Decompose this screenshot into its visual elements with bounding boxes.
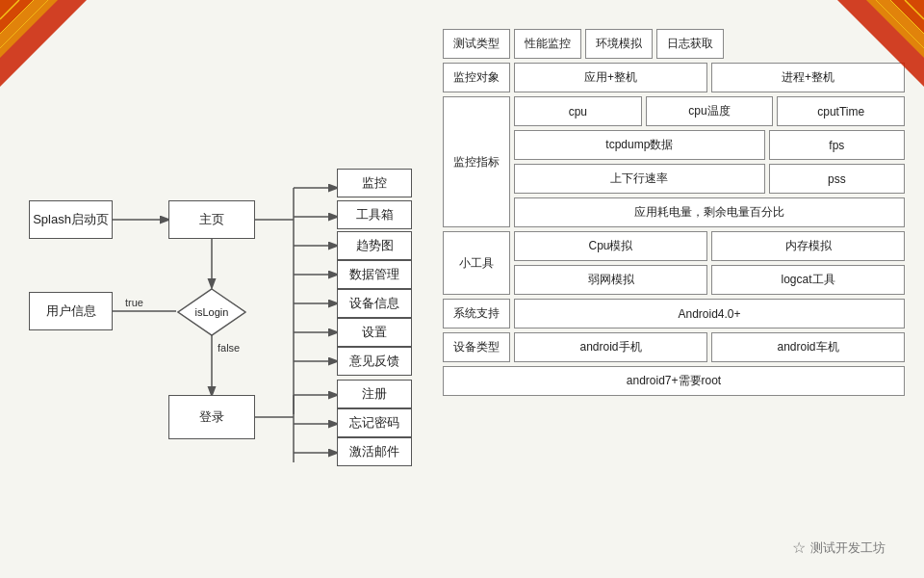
toolbox-box: 工具箱 [337, 200, 412, 229]
row-monitor-target: 监控对象 应用+整机 进程+整机 [443, 63, 905, 92]
right-panel: 测试类型 性能监控 环境模拟 日志获取 监控对象 应用+整机 进程+整机 监控指… [443, 19, 905, 568]
row-metrics: 监控指标 cpu cpu温度 cputTime tcpdump数据 fps [443, 96, 905, 227]
watermark-icon: ☆ [792, 539, 806, 557]
metrics-grid: cpu cpu温度 cputTime tcpdump数据 fps 上下行速率 p… [514, 96, 905, 227]
userinfo-box: 用户信息 [29, 292, 113, 330]
activate-box: 激活邮件 [337, 437, 412, 466]
cell-cpu: cpu [514, 96, 642, 126]
cell-log-fetch: 日志获取 [656, 29, 724, 59]
cell-tools-label: 小工具 [443, 231, 510, 295]
cell-weak-net: 弱网模拟 [514, 265, 707, 295]
cell-pss: pss [769, 164, 905, 194]
cell-sys-val: Android4.0+ [514, 299, 905, 328]
false-label: false [218, 342, 240, 354]
cell-app-whole: 应用+整机 [514, 63, 707, 92]
cell-test-type: 测试类型 [443, 29, 510, 59]
cell-android7: android7+需要root [443, 366, 905, 396]
cell-sys-label: 系统支持 [443, 299, 510, 328]
cell-tcpdump: tcpdump数据 [514, 130, 765, 160]
cell-mem-sim: 内存模拟 [711, 231, 905, 261]
watermark: ☆ 测试开发工坊 [792, 539, 886, 557]
deviceinfo-box: 设备信息 [337, 289, 412, 318]
row-test-types: 测试类型 性能监控 环境模拟 日志获取 [443, 29, 905, 59]
tools-row-2: 弱网模拟 logcat工具 [514, 265, 905, 295]
row-tools: 小工具 Cpu模拟 内存模拟 弱网模拟 logcat工具 [443, 231, 905, 295]
cell-android-car: android车机 [711, 332, 905, 362]
cell-env-sim: 环境模拟 [585, 29, 653, 59]
cell-logcat: logcat工具 [711, 265, 905, 295]
settings-box: 设置 [337, 318, 412, 347]
cell-metrics-label: 监控指标 [443, 96, 510, 227]
metrics-row-4: 应用耗电量，剩余电量百分比 [514, 197, 905, 227]
cell-cputime: cputTime [777, 96, 905, 126]
splash-box: Splash启动页 [29, 200, 113, 239]
login-box: 登录 [168, 395, 255, 439]
watermark-text: 测试开发工坊 [810, 539, 886, 557]
cell-cpu-temp: cpu温度 [646, 96, 774, 126]
metrics-row-3: 上下行速率 pss [514, 164, 905, 194]
row-sys-support: 系统支持 Android4.0+ [443, 299, 905, 328]
cell-monitor-target: 监控对象 [443, 63, 510, 92]
row-device-type: 设备类型 android手机 android车机 [443, 332, 905, 362]
cell-speed: 上下行速率 [514, 164, 765, 194]
tools-grid: Cpu模拟 内存模拟 弱网模拟 logcat工具 [514, 231, 905, 295]
tools-row-1: Cpu模拟 内存模拟 [514, 231, 905, 261]
true-label: true [125, 297, 143, 308]
datamanage-box: 数据管理 [337, 260, 412, 289]
monitor-box: 监控 [337, 169, 412, 197]
forgotpwd-box: 忘记密码 [337, 408, 412, 437]
feedback-box: 意见反馈 [337, 347, 412, 376]
cell-battery: 应用耗电量，剩余电量百分比 [514, 197, 905, 227]
metrics-row-2: tcpdump数据 fps [514, 130, 905, 160]
trend-box: 趋势图 [337, 231, 412, 260]
main-content: Splash启动页 主页 isLogin true false 用户信息 登录 … [0, 0, 924, 578]
flowchart: Splash启动页 主页 isLogin true false 用户信息 登录 … [19, 48, 433, 578]
right-grid: 测试类型 性能监控 环境模拟 日志获取 监控对象 应用+整机 进程+整机 监控指… [443, 29, 905, 396]
left-panel: Splash启动页 主页 isLogin true false 用户信息 登录 … [19, 19, 433, 568]
cell-perf-monitor: 性能监控 [514, 29, 581, 59]
row-android7: android7+需要root [443, 366, 905, 396]
cell-android-phone: android手机 [514, 332, 707, 362]
home-box: 主页 [168, 200, 255, 239]
register-box: 注册 [337, 380, 412, 408]
cell-fps: fps [769, 130, 905, 160]
cell-cpu-sim: Cpu模拟 [514, 231, 707, 261]
cell-dev-label: 设备类型 [443, 332, 510, 362]
islogin-diamond: isLogin [176, 287, 247, 337]
metrics-row-1: cpu cpu温度 cputTime [514, 96, 905, 126]
